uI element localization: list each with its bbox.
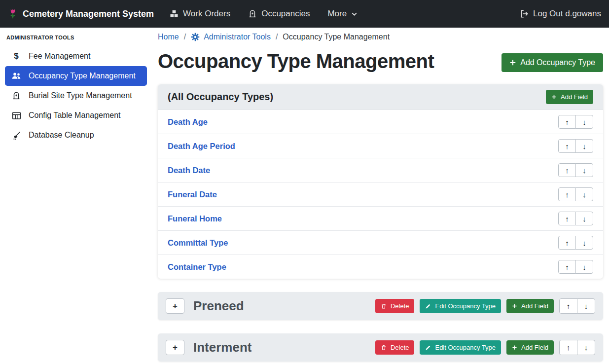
- move-down-button[interactable]: ↓: [575, 260, 593, 274]
- field-link[interactable]: Death Date: [168, 166, 210, 175]
- reorder-controls: ↑ ↓: [558, 212, 593, 225]
- edit-occupancy-type-button[interactable]: Edit Occupancy Type: [420, 299, 501, 313]
- tombstone-icon: [11, 91, 22, 100]
- arrow-up-icon: ↑: [565, 190, 569, 199]
- nav-more[interactable]: More: [327, 9, 358, 19]
- field-link[interactable]: Funeral Home: [168, 214, 222, 223]
- move-down-button[interactable]: ↓: [575, 139, 593, 153]
- move-down-button[interactable]: ↓: [575, 236, 593, 250]
- section-title: Interment: [193, 340, 251, 355]
- pencil-icon: [425, 345, 431, 351]
- dollar-icon: $: [11, 51, 22, 61]
- field-link[interactable]: Committal Type: [168, 238, 228, 248]
- move-down-button[interactable]: ↓: [575, 163, 593, 177]
- field-link[interactable]: Funeral Date: [168, 190, 217, 199]
- card-title: (All Occupancy Types): [168, 91, 273, 103]
- sidebar-item-fee-management[interactable]: $ Fee Management: [5, 46, 147, 66]
- sidebar-item-label: Occupancy Type Management: [29, 72, 136, 80]
- page-title: Occupancy Type Management: [158, 50, 434, 73]
- breadcrumb-label: Home: [158, 33, 179, 41]
- reorder-controls: ↑ ↓: [558, 115, 593, 129]
- field-row: Funeral Date ↑ ↓: [158, 182, 603, 206]
- add-occupancy-type-label: Add Occupancy Type: [520, 58, 595, 67]
- plus-icon: [551, 94, 557, 100]
- sidebar-item-label: Fee Management: [29, 52, 90, 61]
- section-title: Preneed: [193, 298, 244, 314]
- move-up-button[interactable]: ↑: [559, 298, 577, 314]
- breadcrumb-administrator-tools[interactable]: Administrator Tools: [191, 33, 271, 41]
- delete-button[interactable]: Delete: [375, 340, 415, 355]
- pencil-icon: [425, 303, 431, 309]
- arrow-up-icon: ↑: [567, 302, 571, 310]
- nav-links: Work Orders Occupancies More: [170, 9, 358, 19]
- breadcrumb-home[interactable]: Home: [158, 33, 179, 41]
- sidebar-item-occupancy-type-management[interactable]: Occupancy Type Management: [5, 66, 147, 86]
- boxes-icon: [170, 9, 179, 18]
- breadcrumb-separator: /: [184, 33, 186, 41]
- breadcrumb-current: Occupancy Type Management: [283, 33, 390, 41]
- move-up-button[interactable]: ↑: [558, 212, 576, 225]
- delete-button[interactable]: Delete: [375, 299, 415, 313]
- add-occupancy-type-button[interactable]: Add Occupancy Type: [502, 53, 603, 72]
- move-up-button[interactable]: ↑: [558, 163, 576, 177]
- sidebar-item-label: Database Cleanup: [29, 131, 94, 140]
- edit-label: Edit Occupancy Type: [435, 302, 496, 310]
- move-down-button[interactable]: ↓: [577, 340, 595, 355]
- plus-icon: [509, 59, 516, 66]
- arrow-down-icon: ↓: [582, 239, 586, 247]
- field-link[interactable]: Death Age: [168, 117, 208, 127]
- sidebar: ADMINISTRATOR TOOLS $ Fee Management Occ…: [0, 28, 152, 364]
- nav-work-orders-label: Work Orders: [183, 9, 230, 19]
- expand-button[interactable]: +: [166, 298, 184, 314]
- breadcrumb-label: Administrator Tools: [204, 33, 271, 41]
- move-up-button[interactable]: ↑: [559, 340, 577, 355]
- add-field-button[interactable]: Add Field: [506, 340, 554, 355]
- trash-icon: [381, 303, 387, 309]
- logout-icon: [519, 9, 529, 18]
- trash-icon: [381, 344, 387, 351]
- arrow-down-icon: ↓: [584, 343, 588, 352]
- move-up-button[interactable]: ↑: [558, 260, 576, 274]
- add-field-label: Add Field: [521, 344, 548, 351]
- move-up-button[interactable]: ↑: [558, 187, 576, 201]
- sidebar-item-burial-site-type-management[interactable]: Burial Site Type Management: [5, 86, 147, 106]
- add-field-button[interactable]: Add Field: [506, 299, 554, 313]
- reorder-controls: ↑ ↓: [558, 139, 593, 153]
- reorder-controls: ↑ ↓: [559, 340, 595, 355]
- move-up-button[interactable]: ↑: [558, 139, 576, 153]
- tombstone-icon: [248, 9, 257, 18]
- sidebar-item-label: Config Table Management: [29, 111, 121, 120]
- field-link[interactable]: Container Type: [168, 262, 226, 272]
- field-row: Funeral Home ↑ ↓: [158, 206, 603, 230]
- breadcrumb-separator: /: [276, 33, 278, 41]
- top-navbar: Cemetery Management System Work Orders O…: [0, 0, 609, 28]
- edit-occupancy-type-button[interactable]: Edit Occupancy Type: [420, 340, 501, 355]
- section-actions: Delete Edit Occupancy Type Add Field ↑ ↓: [375, 298, 595, 314]
- main-content: Home /: [158, 28, 603, 362]
- move-down-button[interactable]: ↓: [575, 115, 593, 129]
- arrow-down-icon: ↓: [582, 118, 586, 126]
- arrow-up-icon: ↑: [565, 239, 569, 247]
- field-row: Container Type ↑ ↓: [158, 255, 603, 279]
- move-up-button[interactable]: ↑: [558, 115, 576, 129]
- move-down-button[interactable]: ↓: [575, 187, 593, 201]
- move-down-button[interactable]: ↓: [575, 212, 593, 225]
- arrow-down-icon: ↓: [582, 166, 586, 175]
- sidebar-heading: ADMINISTRATOR TOOLS: [0, 35, 152, 46]
- field-link[interactable]: Death Age Period: [168, 142, 235, 151]
- sidebar-item-label: Burial Site Type Management: [29, 91, 132, 100]
- nav-work-orders[interactable]: Work Orders: [170, 9, 230, 19]
- expand-button[interactable]: +: [166, 340, 184, 355]
- app-brand[interactable]: Cemetery Management System: [8, 8, 154, 19]
- plus-icon: [512, 303, 517, 309]
- nav-occupancies[interactable]: Occupancies: [248, 9, 310, 19]
- breadcrumb: Home /: [158, 28, 603, 41]
- add-field-button[interactable]: Add Field: [546, 90, 593, 104]
- card-header: (All Occupancy Types) Add Field: [158, 84, 603, 109]
- move-up-button[interactable]: ↑: [558, 236, 576, 250]
- plus-icon: +: [173, 343, 178, 353]
- move-down-button[interactable]: ↓: [577, 298, 595, 314]
- logout-button[interactable]: Log Out d.gowans: [519, 9, 601, 19]
- sidebar-item-config-table-management[interactable]: Config Table Management: [5, 106, 147, 125]
- sidebar-item-database-cleanup[interactable]: Database Cleanup: [5, 125, 147, 145]
